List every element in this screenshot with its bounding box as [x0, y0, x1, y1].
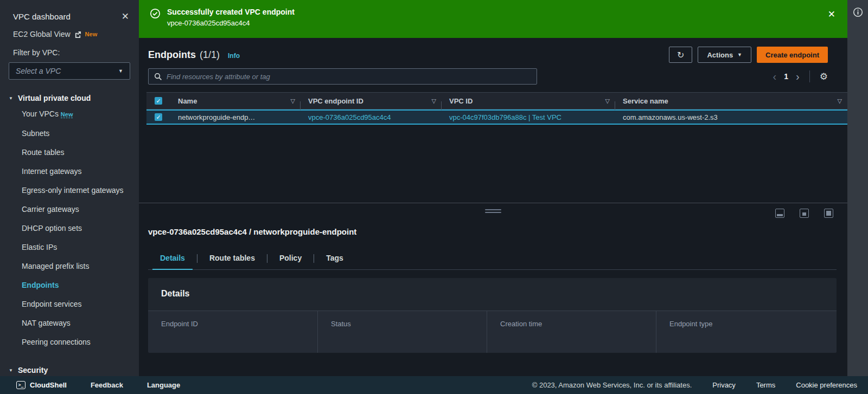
column-header-vpc-endpoint-id[interactable]: VPC endpoint ID: [308, 97, 363, 105]
section-collapse-icon: ▼: [9, 96, 13, 101]
tab-details[interactable]: Details: [148, 249, 197, 269]
sidebar-item-elastic-ips[interactable]: Elastic IPs: [0, 238, 139, 257]
selected-resource-title: vpce-0736a025cd95ac4c4 / networkproguide…: [148, 227, 847, 236]
privacy-link[interactable]: Privacy: [712, 381, 736, 389]
cloudshell-terminal-icon: >_: [16, 381, 25, 389]
field-label-endpoint-type: Endpoint type: [656, 311, 837, 353]
vpc-select-dropdown[interactable]: Select a VPC ▼: [9, 62, 130, 80]
flashbar-detail: vpce-0736a025cd95ac4c4: [167, 19, 295, 27]
search-icon: [154, 73, 162, 81]
cookie-preferences-link[interactable]: Cookie preferences: [796, 381, 857, 389]
cloudshell-label: CloudShell: [30, 381, 67, 389]
info-circle-icon[interactable]: [853, 7, 863, 376]
filter-icon[interactable]: ▽: [838, 98, 842, 105]
section-security[interactable]: ▼ Security: [0, 352, 139, 376]
sidebar-item-route-tables[interactable]: Route tables: [0, 143, 139, 162]
field-label-status: Status: [317, 311, 487, 353]
page-title: Endpoints: [148, 49, 196, 61]
column-header-name[interactable]: Name: [178, 97, 197, 105]
create-endpoint-button[interactable]: Create endpoint: [757, 47, 828, 63]
sidebar-item-egress-only-internet-gateways[interactable]: Egress-only internet gateways: [0, 181, 139, 200]
field-label-endpoint-id: Endpoint ID: [148, 311, 317, 353]
gear-icon[interactable]: ⚙: [820, 71, 828, 82]
field-label-creation-time: Creation time: [487, 311, 656, 353]
sidebar-item-ec2-global-view[interactable]: EC2 Global View New: [0, 21, 139, 38]
sidebar-item-nat-gateways[interactable]: NAT gateways: [0, 314, 139, 333]
close-icon[interactable]: ✕: [122, 11, 129, 22]
details-card: Details Endpoint ID Status Creation time…: [148, 278, 837, 353]
filter-by-vpc-label: Filter by VPC:: [0, 38, 139, 57]
actions-button[interactable]: Actions ▼: [698, 47, 751, 63]
details-card-title: Details: [161, 289, 824, 299]
endpoints-table: ✓ Name▽ VPC endpoint ID▽ VPC ID▽ Service…: [146, 92, 847, 125]
table-row[interactable]: ✓ networkproguide-endp… vpce-0736a025cd9…: [146, 109, 847, 125]
resource-count: (1/1): [200, 49, 220, 61]
refresh-icon: ↻: [677, 50, 684, 60]
next-page-icon[interactable]: ›: [796, 71, 800, 82]
cloudshell-button[interactable]: >_ CloudShell: [16, 381, 67, 389]
external-link-icon: [74, 31, 81, 38]
column-header-vpc-id[interactable]: VPC ID: [449, 97, 473, 105]
vpc-select-placeholder: Select a VPC: [16, 67, 61, 75]
cell-service-name: com.amazonaws.us-west-2.s3: [615, 113, 847, 121]
detail-tabs: Details Route tables Policy Tags: [148, 249, 837, 270]
search-box: [148, 68, 537, 85]
new-badge: New: [85, 31, 98, 37]
sidebar-item-subnets[interactable]: Subnets: [0, 124, 139, 143]
checkbox-row[interactable]: ✓: [155, 113, 162, 121]
sidebar-item-endpoints[interactable]: Endpoints: [0, 276, 139, 295]
sidebar-title-link[interactable]: VPC dashboard: [13, 12, 71, 21]
ec2-global-view-label: EC2 Global View: [13, 30, 71, 38]
section-label: Security: [18, 366, 48, 374]
chevron-down-icon: ▼: [118, 68, 123, 74]
vpc-id-link[interactable]: vpc-04c97f03db796a88c | Test VPC: [449, 113, 561, 121]
sidebar-item-internet-gateways[interactable]: Internet gateways: [0, 162, 139, 181]
flashbar-title: Successfully created VPC endpoint: [167, 8, 295, 16]
search-input[interactable]: [167, 73, 531, 81]
panel-split-icon[interactable]: [800, 209, 809, 218]
panel-bottom-icon[interactable]: [775, 209, 784, 218]
feedback-link[interactable]: Feedback: [91, 381, 123, 389]
sidebar-item-endpoint-services[interactable]: Endpoint services: [0, 295, 139, 314]
close-icon[interactable]: ✕: [828, 9, 835, 20]
filter-icon[interactable]: ▽: [432, 98, 436, 105]
sidebar-item-dhcp-option-sets[interactable]: DHCP option sets: [0, 219, 139, 238]
chevron-down-icon: ▼: [737, 52, 742, 57]
section-virtual-private-cloud[interactable]: ▼ Virtual private cloud: [0, 80, 139, 105]
language-link[interactable]: Language: [147, 381, 180, 389]
divider: [809, 70, 810, 82]
panel-layout-icons: [775, 209, 833, 218]
item-label: Your VPCs: [22, 109, 59, 118]
checkbox-select-all[interactable]: ✓: [155, 97, 162, 105]
sidebar-item-peering-connections[interactable]: Peering connections: [0, 333, 139, 352]
filter-icon[interactable]: ▽: [605, 98, 610, 105]
tab-route-tables[interactable]: Route tables: [197, 249, 267, 269]
copyright-text: © 2023, Amazon Web Services, Inc. or its…: [532, 381, 692, 389]
main-content: Successfully created VPC endpoint vpce-0…: [139, 0, 847, 376]
refresh-button[interactable]: ↻: [669, 47, 692, 63]
check-circle-icon: [150, 8, 161, 19]
filter-icon[interactable]: ▽: [291, 98, 295, 105]
drag-handle-icon[interactable]: [485, 208, 501, 215]
column-header-service-name[interactable]: Service name: [623, 97, 668, 105]
help-panel-strip: [847, 0, 868, 376]
tab-policy[interactable]: Policy: [267, 249, 314, 269]
panel-full-icon[interactable]: [824, 209, 833, 218]
section-collapse-icon: ▼: [9, 368, 13, 373]
new-badge: New: [61, 111, 73, 118]
actions-label: Actions: [707, 51, 733, 59]
sidebar-item-managed-prefix-lists[interactable]: Managed prefix lists: [0, 257, 139, 276]
page-number[interactable]: 1: [784, 72, 788, 81]
info-link[interactable]: Info: [228, 52, 240, 60]
section-label: Virtual private cloud: [18, 94, 91, 102]
sidebar: VPC dashboard ✕ EC2 Global View New Filt…: [0, 0, 139, 376]
success-flashbar: Successfully created VPC endpoint vpce-0…: [139, 0, 847, 38]
sidebar-item-your-vpcs[interactable]: Your VPCs New: [0, 105, 139, 124]
terms-link[interactable]: Terms: [756, 381, 775, 389]
sidebar-item-carrier-gateways[interactable]: Carrier gateways: [0, 200, 139, 219]
endpoint-id-link[interactable]: vpce-0736a025cd95ac4c4: [308, 113, 391, 121]
table-header-row: ✓ Name▽ VPC endpoint ID▽ VPC ID▽ Service…: [146, 92, 847, 109]
tab-tags[interactable]: Tags: [314, 249, 355, 269]
prev-page-icon[interactable]: ‹: [773, 71, 777, 82]
sidebar-header: VPC dashboard ✕: [0, 0, 139, 21]
